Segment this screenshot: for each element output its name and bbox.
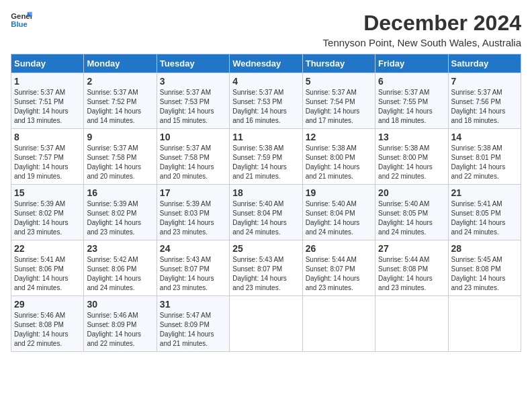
calendar-day-cell: 7Sunrise: 5:37 AM Sunset: 7:56 PM Daylig… [448,73,521,129]
calendar-day-cell: 11Sunrise: 5:38 AM Sunset: 7:59 PM Dayli… [230,129,302,185]
calendar-day-cell [448,296,521,352]
day-number: 30 [87,299,153,310]
calendar-day-cell: 25Sunrise: 5:43 AM Sunset: 8:07 PM Dayli… [230,240,302,296]
calendar-day-cell [302,296,375,352]
day-info: Sunrise: 5:38 AM Sunset: 7:59 PM Dayligh… [232,144,299,181]
page-header: General Blue December 2024 Tennyson Poin… [11,11,521,48]
day-number: 25 [232,243,299,254]
day-info: Sunrise: 5:37 AM Sunset: 7:51 PM Dayligh… [14,88,81,126]
day-info: Sunrise: 5:46 AM Sunset: 8:08 PM Dayligh… [14,311,81,349]
day-info: Sunrise: 5:37 AM Sunset: 7:56 PM Dayligh… [451,88,518,126]
day-number: 7 [451,76,518,87]
day-info: Sunrise: 5:44 AM Sunset: 8:08 PM Dayligh… [378,255,445,293]
day-info: Sunrise: 5:43 AM Sunset: 8:07 PM Dayligh… [232,255,299,293]
day-number: 17 [160,187,226,198]
calendar-day-cell: 19Sunrise: 5:40 AM Sunset: 8:04 PM Dayli… [302,185,375,240]
day-number: 18 [232,187,299,198]
calendar-day-cell: 3Sunrise: 5:37 AM Sunset: 7:53 PM Daylig… [157,73,229,129]
day-number: 19 [306,187,372,198]
calendar-day-cell: 14Sunrise: 5:38 AM Sunset: 8:01 PM Dayli… [448,129,521,185]
calendar-day-cell: 12Sunrise: 5:38 AM Sunset: 8:00 PM Dayli… [302,129,375,185]
logo: General Blue [11,11,32,30]
day-info: Sunrise: 5:37 AM Sunset: 7:53 PM Dayligh… [160,88,226,126]
calendar-day-cell: 4Sunrise: 5:37 AM Sunset: 7:53 PM Daylig… [230,73,302,129]
calendar-day-cell: 24Sunrise: 5:43 AM Sunset: 8:07 PM Dayli… [157,240,229,296]
day-number: 2 [87,76,153,87]
day-number: 16 [87,187,153,198]
day-info: Sunrise: 5:40 AM Sunset: 8:05 PM Dayligh… [378,199,445,237]
day-number: 22 [14,243,81,254]
calendar-day-cell: 27Sunrise: 5:44 AM Sunset: 8:08 PM Dayli… [375,240,448,296]
day-info: Sunrise: 5:37 AM Sunset: 7:55 PM Dayligh… [378,88,445,126]
calendar-day-cell: 29Sunrise: 5:46 AM Sunset: 8:08 PM Dayli… [11,296,84,352]
calendar-day-cell: 22Sunrise: 5:41 AM Sunset: 8:06 PM Dayli… [11,240,84,296]
calendar-day-cell: 17Sunrise: 5:39 AM Sunset: 8:03 PM Dayli… [157,185,229,240]
day-number: 28 [451,243,518,254]
day-info: Sunrise: 5:37 AM Sunset: 7:57 PM Dayligh… [14,144,81,181]
day-number: 5 [306,76,372,87]
calendar-day-cell: 1Sunrise: 5:37 AM Sunset: 7:51 PM Daylig… [11,73,84,129]
day-number: 27 [378,243,445,254]
calendar-day-cell: 16Sunrise: 5:39 AM Sunset: 8:02 PM Dayli… [84,185,157,240]
logo-icon: General Blue [11,11,32,30]
day-number: 1 [14,76,81,87]
day-number: 12 [306,132,372,142]
day-info: Sunrise: 5:37 AM Sunset: 7:58 PM Dayligh… [160,144,226,181]
day-number: 31 [160,299,226,310]
calendar-table: SundayMondayTuesdayWednesdayThursdayFrid… [11,54,521,352]
day-number: 26 [306,243,372,254]
day-info: Sunrise: 5:37 AM Sunset: 7:54 PM Dayligh… [306,88,372,126]
day-info: Sunrise: 5:37 AM Sunset: 7:58 PM Dayligh… [87,144,153,181]
day-info: Sunrise: 5:39 AM Sunset: 8:02 PM Dayligh… [14,199,81,237]
calendar-week-row: 8Sunrise: 5:37 AM Sunset: 7:57 PM Daylig… [11,129,521,185]
day-info: Sunrise: 5:41 AM Sunset: 8:06 PM Dayligh… [14,255,81,293]
svg-text:Blue: Blue [11,20,28,28]
day-info: Sunrise: 5:44 AM Sunset: 8:07 PM Dayligh… [306,255,372,293]
day-number: 11 [232,132,299,142]
day-number: 9 [87,132,153,142]
calendar-body: 1Sunrise: 5:37 AM Sunset: 7:51 PM Daylig… [11,73,521,352]
day-info: Sunrise: 5:39 AM Sunset: 8:03 PM Dayligh… [160,199,226,237]
day-info: Sunrise: 5:46 AM Sunset: 8:09 PM Dayligh… [87,311,153,349]
calendar-week-row: 1Sunrise: 5:37 AM Sunset: 7:51 PM Daylig… [11,73,521,129]
day-number: 10 [160,132,226,142]
calendar-day-cell: 8Sunrise: 5:37 AM Sunset: 7:57 PM Daylig… [11,129,84,185]
day-number: 13 [378,132,445,142]
weekday-header-cell: Friday [375,54,448,73]
day-info: Sunrise: 5:42 AM Sunset: 8:06 PM Dayligh… [87,255,153,293]
weekday-header-cell: Saturday [448,54,521,73]
calendar-day-cell: 15Sunrise: 5:39 AM Sunset: 8:02 PM Dayli… [11,185,84,240]
day-number: 21 [451,187,518,198]
calendar-day-cell: 30Sunrise: 5:46 AM Sunset: 8:09 PM Dayli… [84,296,157,352]
weekday-header-cell: Monday [84,54,157,73]
calendar-day-cell: 23Sunrise: 5:42 AM Sunset: 8:06 PM Dayli… [84,240,157,296]
day-info: Sunrise: 5:38 AM Sunset: 8:01 PM Dayligh… [451,144,518,181]
weekday-header-cell: Thursday [302,54,375,73]
calendar-day-cell: 13Sunrise: 5:38 AM Sunset: 8:00 PM Dayli… [375,129,448,185]
day-number: 14 [451,132,518,142]
day-number: 29 [14,299,81,310]
weekday-header-cell: Wednesday [230,54,302,73]
day-info: Sunrise: 5:40 AM Sunset: 8:04 PM Dayligh… [232,199,299,237]
calendar-day-cell: 31Sunrise: 5:47 AM Sunset: 8:09 PM Dayli… [157,296,229,352]
calendar-day-cell: 20Sunrise: 5:40 AM Sunset: 8:05 PM Dayli… [375,185,448,240]
calendar-week-row: 22Sunrise: 5:41 AM Sunset: 8:06 PM Dayli… [11,240,521,296]
calendar-day-cell: 9Sunrise: 5:37 AM Sunset: 7:58 PM Daylig… [84,129,157,185]
day-info: Sunrise: 5:37 AM Sunset: 7:52 PM Dayligh… [87,88,153,126]
weekday-header-row: SundayMondayTuesdayWednesdayThursdayFrid… [11,54,521,73]
day-info: Sunrise: 5:39 AM Sunset: 8:02 PM Dayligh… [87,199,153,237]
calendar-day-cell [230,296,302,352]
day-info: Sunrise: 5:38 AM Sunset: 8:00 PM Dayligh… [306,144,372,181]
calendar-day-cell: 26Sunrise: 5:44 AM Sunset: 8:07 PM Dayli… [302,240,375,296]
calendar-day-cell: 10Sunrise: 5:37 AM Sunset: 7:58 PM Dayli… [157,129,229,185]
title-block: December 2024 Tennyson Point, New South … [323,11,521,48]
day-number: 8 [14,132,81,142]
calendar-week-row: 29Sunrise: 5:46 AM Sunset: 8:08 PM Dayli… [11,296,521,352]
day-info: Sunrise: 5:45 AM Sunset: 8:08 PM Dayligh… [451,255,518,293]
day-info: Sunrise: 5:37 AM Sunset: 7:53 PM Dayligh… [232,88,299,126]
page-subtitle: Tennyson Point, New South Wales, Austral… [323,37,521,48]
day-number: 24 [160,243,226,254]
day-number: 3 [160,76,226,87]
calendar-day-cell [375,296,448,352]
calendar-day-cell: 18Sunrise: 5:40 AM Sunset: 8:04 PM Dayli… [230,185,302,240]
